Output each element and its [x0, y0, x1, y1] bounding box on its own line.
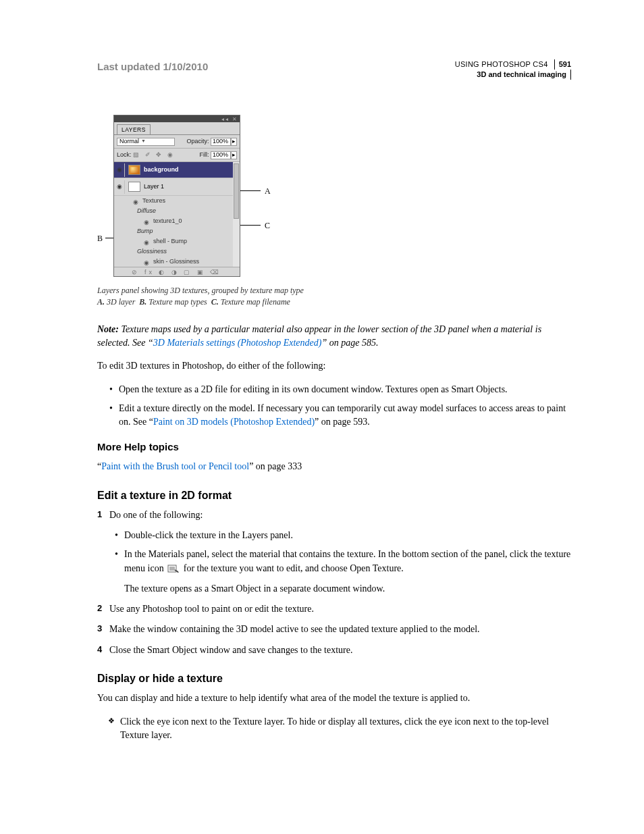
textures-label: Textures — [142, 197, 165, 205]
caption-a-text: 3D layer — [107, 297, 135, 307]
step1-text: Do one of the following: — [109, 510, 203, 520]
fill-field[interactable]: 100% — [211, 151, 231, 159]
caption-b-label: B. — [139, 297, 146, 307]
lock-label: Lock: — [117, 151, 132, 158]
page-header: Last updated 1/10/2010 USING PHOTOSHOP C… — [97, 59, 571, 80]
caption-c-text: Texture map filename — [221, 297, 290, 307]
caption-a-label: A. — [97, 297, 105, 307]
list-item: Open the texture as a 2D file for editin… — [109, 383, 571, 396]
intro-paragraph: To edit 3D textures in Photoshop, do eit… — [97, 359, 571, 373]
texture1-label: texture1_0 — [153, 217, 182, 226]
lock-fill-row: Lock: ▧ ✐ ✥ ◉ Fill: 100%▸ — [114, 149, 240, 162]
texture-file[interactable]: ◉shell - Bump — [114, 236, 240, 246]
texture-file[interactable]: ◉texture1_0 — [114, 216, 240, 226]
fill-flyout-icon[interactable]: ▸ — [231, 151, 237, 159]
chevron-down-icon: ▼ — [141, 138, 146, 145]
callout-line-a — [240, 190, 261, 191]
layer-row-layer1[interactable]: ◉ Layer 1 — [114, 178, 240, 196]
caption-line1: Layers panel showing 3D textures, groupe… — [97, 285, 571, 296]
fill-control: Fill: 100%▸ — [199, 151, 237, 159]
scrollbar[interactable] — [233, 162, 240, 267]
more-help-item: “Paint with the Brush tool or Pencil too… — [97, 460, 571, 473]
note-label: Note: — [97, 324, 119, 334]
blend-opacity-row: Normal▼ Opacity: 100%▸ — [114, 135, 240, 149]
step1-options: Double-click the texture in the Layers p… — [115, 529, 571, 596]
list-item: Edit a texture directly on the model. If… — [109, 402, 571, 429]
step3-text: Make the window containing the 3D model … — [109, 624, 480, 634]
textures-group[interactable]: ◉Textures — [114, 196, 240, 206]
last-updated: Last updated 1/10/2010 — [97, 59, 208, 74]
texture-file[interactable]: ◉skin - Glossiness — [114, 257, 240, 267]
display-intro: You can display and hide a texture to he… — [97, 692, 571, 705]
step-number: 1 — [97, 509, 102, 521]
shell-bump-label: shell - Bump — [153, 237, 187, 246]
figure-layers-panel: ◂◂ ✕ LAYERS Normal▼ Opacity: 100%▸ Lock:… — [113, 115, 571, 277]
callout-line-b — [105, 238, 113, 238]
lock-controls: Lock: ▧ ✐ ✥ ◉ — [117, 151, 175, 159]
layer-row-background[interactable]: ◉ background — [114, 162, 240, 178]
opacity-flyout-icon[interactable]: ▸ — [231, 138, 237, 146]
callout-b: B — [97, 233, 103, 244]
panel-footer-icons[interactable]: ⊘ fx ◐ ◑ ▢ ▣ ⌫ — [114, 267, 240, 276]
layer-thumbnail — [128, 182, 140, 192]
callout-c: C — [265, 220, 270, 232]
step-number: 2 — [97, 602, 102, 615]
caption-b-text: Texture map types — [149, 297, 207, 307]
lock-icons[interactable]: ▧ ✐ ✥ ◉ — [133, 151, 175, 158]
step-1: 1 Do one of the following: Double-click … — [97, 509, 571, 596]
section-name: 3D and technical imaging — [477, 70, 571, 80]
layer-list: ◉ background ◉ Layer 1 ◉Textures Diffuse… — [114, 162, 240, 267]
q-close: ” on page 333 — [249, 461, 302, 471]
step-2: 2Use any Photoshop tool to paint on or e… — [97, 602, 571, 616]
opacity-label: Opacity: — [186, 138, 209, 145]
edit-options-list: Open the texture as a 2D file for editin… — [109, 383, 571, 429]
header-right: USING PHOTOSHOP CS4 591 3D and technical… — [455, 59, 571, 80]
eye-icon[interactable]: ◉ — [133, 198, 140, 205]
blend-mode-dropdown[interactable]: Normal▼ — [117, 138, 175, 146]
step-3: 3Make the window containing the 3D model… — [97, 623, 571, 636]
step-number: 3 — [97, 623, 102, 635]
link-brush-pencil[interactable]: Paint with the Brush tool or Pencil tool — [101, 461, 249, 471]
eye-icon[interactable]: ◉ — [144, 238, 151, 245]
edit-steps: 1 Do one of the following: Double-click … — [97, 509, 571, 657]
layers-panel: ◂◂ ✕ LAYERS Normal▼ Opacity: 100%▸ Lock:… — [113, 115, 240, 277]
more-help-heading: More Help topics — [97, 440, 571, 454]
figure-caption: Layers panel showing 3D textures, groupe… — [97, 285, 571, 308]
fill-value: 100% — [213, 151, 228, 159]
map-type-glossiness: Glossiness — [114, 246, 240, 257]
opacity-control: Opacity: 100%▸ — [186, 137, 237, 146]
layer-name-background: background — [144, 165, 179, 174]
skin-gloss-label: skin - Glossiness — [153, 257, 199, 266]
step4-text: Close the Smart Object window and save c… — [109, 645, 352, 655]
panel-titlebar: ◂◂ ✕ — [114, 115, 240, 122]
page-number: 591 — [554, 59, 571, 70]
eye-icon[interactable]: ◉ — [144, 259, 151, 265]
b2-after: ” on page 593. — [315, 417, 370, 427]
eye-icon[interactable]: ◉ — [114, 180, 125, 194]
list-item: Click the eye icon next to the Texture l… — [109, 715, 571, 743]
caption-c-label: C. — [211, 297, 219, 307]
note-text-2: ” on page 585. — [321, 338, 378, 348]
heading-edit-texture-2d: Edit a texture in 2D format — [97, 488, 571, 503]
blend-mode-value: Normal — [119, 137, 139, 146]
tab-layers[interactable]: LAYERS — [117, 124, 151, 134]
step-number: 4 — [97, 644, 102, 656]
opacity-field[interactable]: 100% — [211, 138, 231, 146]
callout-line-c — [240, 225, 261, 226]
layer-name-layer1: Layer 1 — [144, 182, 164, 191]
map-type-diffuse: Diffuse — [114, 206, 240, 216]
link-3d-materials[interactable]: 3D Materials settings (Photoshop Extende… — [153, 338, 322, 348]
s1b-after: for the texture you want to edit, and ch… — [181, 563, 404, 573]
opacity-value: 100% — [213, 137, 228, 146]
eye-icon[interactable]: ◉ — [144, 218, 151, 225]
map-type-bump: Bump — [114, 226, 240, 236]
product-name: USING PHOTOSHOP CS4 — [455, 60, 548, 68]
link-paint-3d-models[interactable]: Paint on 3D models (Photoshop Extended) — [153, 417, 315, 427]
scroll-thumb[interactable] — [234, 163, 239, 219]
eye-icon[interactable]: ◉ — [114, 163, 125, 177]
step1-result: The texture opens as a Smart Object in a… — [124, 582, 571, 596]
fill-label: Fill: — [199, 151, 209, 158]
callout-a: A — [265, 186, 271, 197]
note-paragraph: Note: Texture maps used by a particular … — [97, 323, 571, 350]
texture-menu-icon — [167, 564, 180, 573]
